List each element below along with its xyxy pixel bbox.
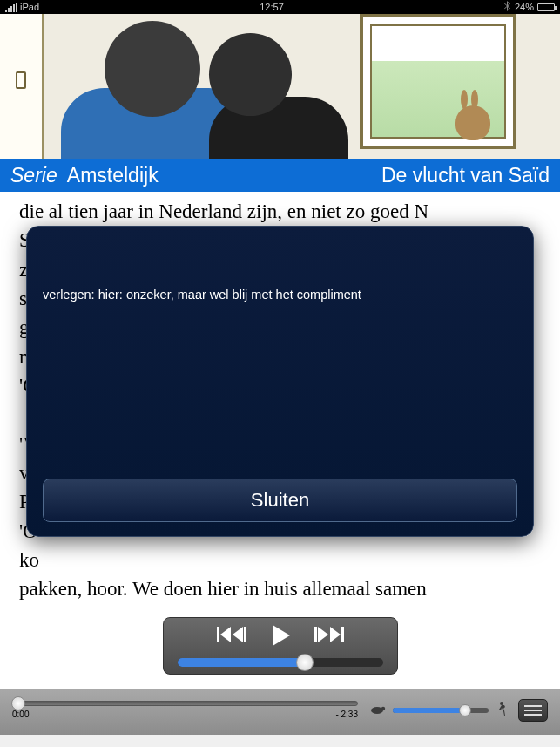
bottom-toolbar: 0:00 - 2:33 — [0, 689, 560, 735]
title-bar: Serie Amsteldijk De vlucht van Saïd — [0, 159, 560, 192]
svg-rect-2 — [314, 627, 317, 642]
signal-icon — [5, 3, 17, 12]
series-prefix: Serie — [10, 164, 57, 187]
series-name: Amsteldijk — [67, 164, 159, 187]
time-remaining: - 2:33 — [335, 710, 358, 719]
play-button[interactable] — [271, 625, 290, 649]
playback-progress-slider[interactable] — [12, 701, 358, 706]
svg-rect-3 — [341, 627, 344, 642]
close-button-label: Sluiten — [251, 486, 309, 514]
walker-icon — [496, 702, 506, 719]
svg-rect-0 — [217, 627, 219, 642]
carrier-label: iPad — [20, 2, 39, 12]
battery-pct: 24% — [515, 2, 534, 12]
svg-point-4 — [371, 707, 383, 714]
popup-title-area — [43, 241, 517, 275]
next-track-button[interactable] — [314, 625, 344, 649]
menu-button[interactable] — [518, 699, 548, 722]
turtle-icon — [370, 703, 386, 718]
ios-status-bar: iPad 12:57 24% — [0, 0, 560, 14]
bluetooth-icon — [504, 1, 511, 13]
book-title: De vlucht van Saïd — [381, 164, 550, 187]
definition-popup: verlegen: hier: onzeker, maar wel blij m… — [26, 226, 534, 537]
battery-icon — [537, 3, 555, 11]
inline-player — [0, 607, 560, 689]
definition-text: verlegen: hier: onzeker, maar wel blij m… — [43, 286, 517, 304]
speed-control — [370, 702, 506, 719]
time-elapsed: 0:00 — [12, 710, 29, 719]
inline-progress-slider[interactable] — [178, 658, 383, 667]
svg-rect-1 — [244, 627, 246, 642]
svg-point-5 — [381, 706, 385, 710]
clock: 12:57 — [260, 2, 284, 12]
close-button[interactable]: Sluiten — [43, 479, 517, 522]
prev-track-button[interactable] — [217, 625, 246, 649]
book-illustration — [0, 14, 560, 159]
speed-slider[interactable] — [393, 708, 489, 713]
reader-pane[interactable]: die al tien jaar in Nederland zijn, en n… — [0, 192, 560, 607]
svg-point-6 — [500, 702, 503, 705]
